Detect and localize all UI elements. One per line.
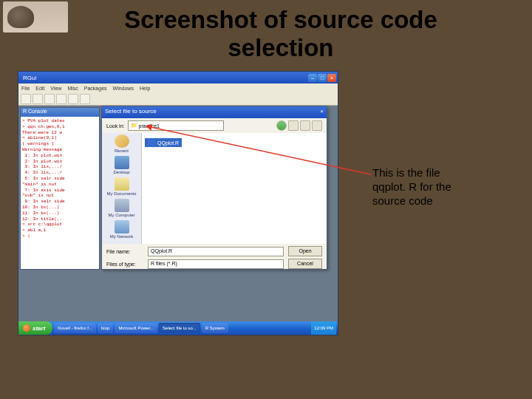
menu-windows[interactable]: Windows [113,86,134,91]
toolbar-save-icon[interactable] [33,94,43,104]
file-open-dialog: Select file to source × Look in: 📁 pract… [101,106,327,270]
mycomputer-icon [115,199,129,212]
toolbar-paste-icon[interactable] [56,94,66,104]
desktop-icon [115,156,129,169]
r-file-icon [148,139,155,146]
menu-view[interactable]: View [50,86,61,91]
place-label: Desktop [113,170,129,174]
toolbar-open-icon[interactable] [21,94,31,104]
close-button[interactable]: × [327,74,336,82]
toolbar-stop-icon[interactable] [80,94,90,104]
taskbar-item[interactable]: Novell - firefox f... [54,323,96,333]
mydocuments-icon [115,177,129,191]
corner-decoration-image [3,1,68,33]
lookin-value: practice1 [139,123,160,129]
system-tray[interactable]: 12:09 PM [311,321,336,335]
r-console-title: R Console [21,108,99,117]
place-mynetwork[interactable]: My Network [103,220,140,239]
place-recent[interactable]: Recent [103,134,140,153]
taskbar: start Novell - firefox f... biop Microso… [18,321,338,335]
lookin-label: Look in: [106,123,125,129]
tray-clock: 12:09 PM [314,326,333,330]
callout-annotation: This is the file qqplot. R for the sourc… [372,166,476,208]
mdi-workspace: R Console > PVA plot dates > qqn ch:gen,… [18,106,338,321]
slide-title: Screenshot of source code selection [74,6,488,62]
up-folder-icon[interactable] [288,120,299,131]
view-menu-icon[interactable] [312,120,322,131]
start-button[interactable]: start [18,321,52,335]
lookin-dropdown[interactable]: 📁 practice1 [128,120,224,131]
new-folder-icon[interactable] [300,120,310,131]
menu-packages[interactable]: Packages [84,86,107,91]
dialog-titlebar: Select file to source × [102,106,327,118]
toolbar-print-icon[interactable] [68,94,78,104]
toolbar-copy-icon[interactable] [44,94,55,104]
dialog-title: Select file to source [105,108,157,117]
back-button-icon[interactable] [276,120,287,131]
mynetwork-icon [115,220,129,233]
taskbar-item[interactable]: biop [98,323,113,333]
place-label: My Network [110,234,134,239]
place-mycomputer[interactable]: My Computer [103,199,140,217]
place-label: Recent [115,149,129,153]
minimize-button[interactable]: – [308,74,317,82]
folder-icon: 📁 [131,123,137,129]
menu-misc[interactable]: Misc [67,86,78,91]
cancel-button[interactable]: Cancel [288,259,322,269]
filename-label: File name: [106,249,143,254]
taskbar-item-active[interactable]: Select file to so... [159,323,200,333]
place-mydocuments[interactable]: My Documents [103,177,140,196]
dialog-bottom: File name: QQplot.R Open Files of type: … [102,244,327,271]
place-desktop[interactable]: Desktop [103,156,140,174]
open-button[interactable]: Open [288,246,322,256]
recent-icon [115,134,129,148]
app-title: RGui [20,75,36,81]
filetype-label: Files of type: [106,262,143,267]
places-bar: Recent Desktop My Documents My Computer [102,133,142,244]
lookin-row: Look in: 📁 practice1 [102,118,327,133]
file-list[interactable]: QQplot.R [142,133,327,244]
toolbar [18,92,338,106]
place-label: My Computer [108,213,134,217]
start-orb-icon [23,324,30,332]
menu-file[interactable]: File [21,86,30,91]
menu-edit[interactable]: Edit [35,86,44,91]
r-console-output[interactable]: > PVA plot dates > qqn ch:gen,0,1 There … [21,117,99,241]
menu-bar: File Edit View Misc Packages Windows Hel… [18,83,338,92]
r-console-window: R Console > PVA plot dates > qqn ch:gen,… [20,107,100,270]
taskbar-item[interactable]: Microsoft Power... [115,323,157,333]
dialog-close-icon[interactable]: × [320,108,324,117]
place-label: My Documents [106,191,136,196]
maximize-button[interactable]: □ [318,74,327,82]
start-label: start [33,325,45,332]
embedded-screenshot: RGui – □ × File Edit View Misc Packages … [18,71,338,335]
taskbar-item[interactable]: R System [202,323,228,333]
app-titlebar: RGui – □ × [18,72,338,83]
menu-help[interactable]: Help [140,86,150,91]
file-name: QQplot.R [157,140,179,146]
window-controls: – □ × [308,74,336,82]
filename-input[interactable]: QQplot.R [148,247,284,256]
file-item-selected[interactable]: QQplot.R [145,138,182,147]
filetype-dropdown[interactable]: R files (*.R) [148,259,284,269]
